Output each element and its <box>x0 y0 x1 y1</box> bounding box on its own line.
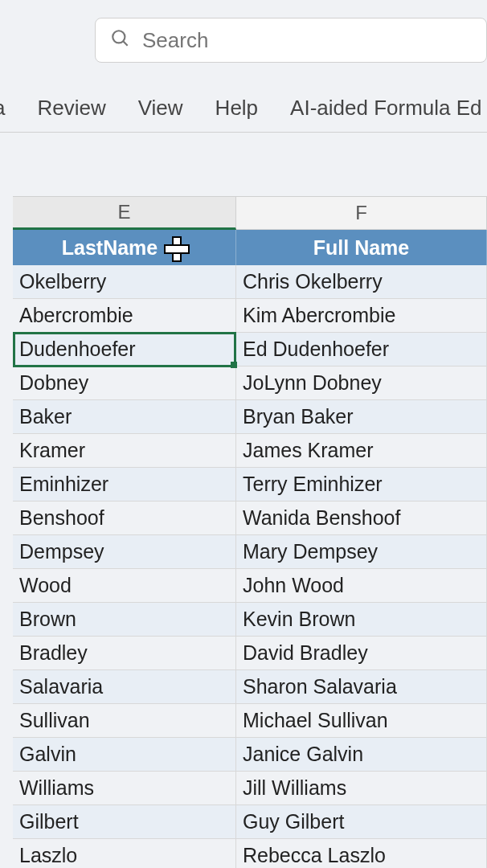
table-row[interactable]: GalvinJanice Galvin <box>13 738 487 772</box>
column-headers-row: E F <box>13 196 487 230</box>
cell-lastname[interactable]: Dudenhoefer <box>13 333 236 366</box>
svg-point-0 <box>113 31 125 43</box>
cell-fullname[interactable]: Bryan Baker <box>236 400 487 434</box>
table-row[interactable]: BradleyDavid Bradley <box>13 637 487 670</box>
ribbon-tab-help[interactable]: Help <box>215 96 258 121</box>
cell-fullname[interactable]: Rebecca Laszlo <box>236 839 487 868</box>
table-header-fullname[interactable]: Full Name <box>236 230 487 265</box>
cell-fullname[interactable]: Ed Dudenhoefer <box>236 333 487 366</box>
ribbon-tab-data-partial[interactable]: a <box>0 96 5 121</box>
search-bar[interactable] <box>95 18 487 63</box>
cell-fullname[interactable]: Chris Okelberry <box>236 265 487 299</box>
table-row[interactable]: AbercrombieKim Abercrombie <box>13 299 487 333</box>
cell-lastname[interactable]: Eminhizer <box>13 468 236 502</box>
ribbon-divider <box>0 132 487 133</box>
cell-lastname[interactable]: Abercrombie <box>13 299 236 333</box>
table-row[interactable]: KramerJames Kramer <box>13 434 487 468</box>
cell-lastname[interactable]: Salavaria <box>13 670 236 704</box>
cell-lastname[interactable]: Dempsey <box>13 535 236 569</box>
cell-fullname[interactable]: Sharon Salavaria <box>236 670 487 704</box>
cell-lastname[interactable]: Williams <box>13 772 236 805</box>
cell-lastname[interactable]: Laszlo <box>13 839 236 868</box>
table-header-row: LastName Full Name <box>13 230 487 265</box>
cell-fullname[interactable]: Guy Gilbert <box>236 805 487 839</box>
cell-lastname[interactable]: Okelberry <box>13 265 236 299</box>
cell-fullname[interactable]: Wanida Benshoof <box>236 502 487 535</box>
table-row[interactable]: LaszloRebecca Laszlo <box>13 839 487 868</box>
cell-lastname[interactable]: Dobney <box>13 366 236 400</box>
table-header-lastname-label: LastName <box>62 236 158 260</box>
table-row[interactable]: DobneyJoLynn Dobney <box>13 366 487 400</box>
table-row[interactable]: WoodJohn Wood <box>13 569 487 603</box>
ribbon-tab-view[interactable]: View <box>138 96 183 121</box>
cell-lastname[interactable]: Brown <box>13 603 236 637</box>
cell-fullname[interactable]: John Wood <box>236 569 487 603</box>
column-header-f[interactable]: F <box>236 196 487 230</box>
column-header-e[interactable]: E <box>13 196 236 230</box>
cell-lastname[interactable]: Benshoof <box>13 502 236 535</box>
table-body: OkelberryChris OkelberryAbercrombieKim A… <box>13 265 487 868</box>
cell-lastname[interactable]: Kramer <box>13 434 236 468</box>
cell-lastname[interactable]: Bradley <box>13 637 236 670</box>
search-input[interactable] <box>142 28 472 53</box>
table-row[interactable]: BrownKevin Brown <box>13 603 487 637</box>
cell-lastname[interactable]: Wood <box>13 569 236 603</box>
cell-fullname[interactable]: Janice Galvin <box>236 738 487 772</box>
table-row[interactable]: SalavariaSharon Salavaria <box>13 670 487 704</box>
table-row[interactable]: BakerBryan Baker <box>13 400 487 434</box>
cell-lastname[interactable]: Sullivan <box>13 704 236 738</box>
table-row[interactable]: EminhizerTerry Eminhizer <box>13 468 487 502</box>
cell-fullname[interactable]: Terry Eminhizer <box>236 468 487 502</box>
selection-cursor-icon <box>164 236 186 259</box>
table-row[interactable]: SullivanMichael Sullivan <box>13 704 487 738</box>
cell-fullname[interactable]: James Kramer <box>236 434 487 468</box>
ribbon-tab-ai-formula[interactable]: AI-aided Formula Ed <box>290 96 481 121</box>
ribbon-tab-review[interactable]: Review <box>37 96 105 121</box>
cell-lastname[interactable]: Gilbert <box>13 805 236 839</box>
ribbon-tabs: a Review View Help AI-aided Formula Ed <box>0 84 487 131</box>
svg-line-1 <box>123 41 127 45</box>
table-row[interactable]: BenshoofWanida Benshoof <box>13 502 487 535</box>
table-row[interactable]: OkelberryChris Okelberry <box>13 265 487 299</box>
cell-fullname[interactable]: Jill Williams <box>236 772 487 805</box>
cell-fullname[interactable]: Michael Sullivan <box>236 704 487 738</box>
table-header-lastname[interactable]: LastName <box>13 230 236 265</box>
cell-fullname[interactable]: David Bradley <box>236 637 487 670</box>
cell-lastname[interactable]: Baker <box>13 400 236 434</box>
cell-lastname[interactable]: Galvin <box>13 738 236 772</box>
table-row[interactable]: DudenhoeferEd Dudenhoefer <box>13 333 487 366</box>
cell-fullname[interactable]: Kim Abercrombie <box>236 299 487 333</box>
cell-fullname[interactable]: Mary Dempsey <box>236 535 487 569</box>
table-row[interactable]: GilbertGuy Gilbert <box>13 805 487 839</box>
spreadsheet-area[interactable]: E F LastName Full Name OkelberryChris Ok… <box>13 196 487 868</box>
cell-fullname[interactable]: JoLynn Dobney <box>236 366 487 400</box>
table-row[interactable]: WilliamsJill Williams <box>13 772 487 805</box>
search-icon <box>110 28 131 52</box>
cell-fullname[interactable]: Kevin Brown <box>236 603 487 637</box>
table-header-fullname-label: Full Name <box>313 236 409 260</box>
table-row[interactable]: DempseyMary Dempsey <box>13 535 487 569</box>
